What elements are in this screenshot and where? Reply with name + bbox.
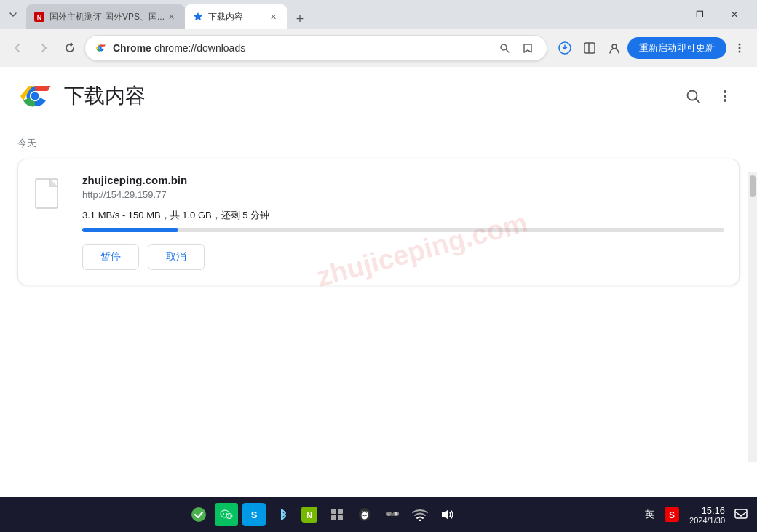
url-display: Chromechrome://downloads [113, 42, 488, 54]
taskbar-icon-nvidia[interactable]: N [298, 503, 321, 526]
progress-bar-container [82, 228, 724, 232]
taskbar-icon-controller[interactable] [381, 503, 404, 526]
svg-rect-46 [391, 513, 394, 516]
chrome-logo [17, 79, 52, 114]
svg-rect-34 [331, 509, 336, 514]
search-button[interactable] [494, 38, 515, 58]
svg-point-49 [395, 513, 395, 514]
taskbar-lang[interactable]: 英 [645, 508, 654, 521]
scrollbar-track[interactable] [748, 172, 757, 462]
taskbar-icon-volume[interactable] [436, 503, 459, 526]
download-status: 3.1 MB/s - 150 MB，共 1.0 GB，还剩 5 分钟 [82, 209, 724, 222]
svg-point-16 [31, 92, 39, 100]
svg-point-20 [724, 95, 726, 98]
svg-point-53 [419, 520, 421, 522]
svg-point-13 [739, 51, 741, 53]
omnibox-actions [494, 38, 538, 58]
reload-button[interactable] [58, 36, 82, 60]
page-title: 下载内容 [64, 82, 678, 110]
svg-point-43 [366, 512, 367, 512]
tab-2[interactable]: 下载内容 ✕ [185, 4, 287, 29]
tab-1-close[interactable]: ✕ [165, 10, 178, 23]
svg-point-25 [223, 513, 224, 515]
maximize-button[interactable]: ❐ [683, 4, 716, 25]
bookmark-button[interactable] [518, 38, 538, 58]
svg-rect-56 [735, 509, 747, 518]
pause-button[interactable]: 暂停 [82, 244, 139, 270]
download-icon-btn[interactable] [553, 36, 576, 60]
search-downloads-button[interactable] [678, 82, 708, 111]
svg-point-50 [396, 513, 397, 514]
svg-line-6 [507, 50, 510, 53]
taskbar-icon-wifi[interactable] [408, 503, 432, 526]
svg-point-28 [228, 515, 229, 516]
more-options-button[interactable] [710, 82, 740, 111]
new-tab-button[interactable]: + [290, 9, 310, 29]
taskbar-clock[interactable]: 15:16 2024/1/30 [689, 505, 725, 525]
progress-bar-fill [82, 228, 178, 232]
svg-point-29 [230, 515, 231, 516]
file-icon [33, 177, 68, 218]
svg-point-5 [501, 44, 507, 50]
more-menu-button[interactable] [728, 36, 751, 60]
svg-point-21 [724, 99, 726, 102]
page-actions [678, 82, 740, 111]
profile-button[interactable] [603, 36, 626, 60]
minimize-button[interactable]: — [648, 4, 681, 25]
taskbar-icon-penguin[interactable] [353, 503, 376, 526]
forward-button[interactable] [32, 36, 55, 60]
taskbar-icon-grid[interactable] [325, 503, 349, 526]
taskbar: S N 英 S 15:16 2024/1/30 [0, 497, 757, 532]
window-controls: — ❐ ✕ [642, 0, 757, 29]
section-date: 今天 [17, 137, 740, 150]
clock-time: 15:16 [689, 505, 725, 516]
page-header: 下载内容 [0, 67, 757, 125]
svg-point-10 [612, 44, 617, 49]
taskbar-icons: S N [6, 503, 641, 526]
download-buttons: 暂停 取消 [82, 244, 724, 270]
toolbar-right: 重新启动即可更新 [553, 36, 751, 60]
svg-text:S: S [669, 510, 675, 520]
tab-group: N 国外主机测评-国外VPS、国... ✕ 下载内容 ✕ + [0, 0, 642, 29]
svg-point-19 [724, 90, 726, 93]
svg-point-4 [99, 47, 102, 49]
downloads-list: 今天 zhujiceping.com.bin http://154.29.159… [0, 125, 757, 497]
title-bar: N 国外主机测评-国外VPS、国... ✕ 下载内容 ✕ + — ❐ ✕ [0, 0, 757, 29]
tab-2-close[interactable]: ✕ [266, 10, 280, 23]
tab-nav-chevron[interactable] [0, 0, 26, 29]
svg-point-52 [395, 514, 396, 515]
svg-point-27 [226, 514, 232, 519]
update-button[interactable]: 重新启动即可更新 [627, 37, 726, 59]
clock-date: 2024/1/30 [689, 516, 725, 525]
sidebar-button[interactable] [578, 36, 601, 60]
taskbar-icon-sohu[interactable]: S [660, 503, 683, 526]
svg-rect-37 [338, 515, 343, 520]
svg-point-23 [191, 507, 206, 522]
svg-point-12 [739, 47, 741, 49]
taskbar-right: 英 S 15:16 2024/1/30 [645, 503, 751, 526]
svg-point-42 [362, 512, 363, 512]
taskbar-icon-checkmark[interactable] [187, 503, 210, 526]
svg-point-51 [395, 512, 396, 513]
omnibox[interactable]: Chromechrome://downloads [84, 35, 547, 61]
address-bar: Chromechrome://downloads 重新启动即可更新 [0, 29, 757, 67]
taskbar-icon-wechat[interactable] [215, 503, 238, 526]
svg-line-18 [696, 99, 699, 103]
scrollbar-thumb[interactable] [750, 175, 756, 197]
close-button[interactable]: ✕ [718, 4, 751, 25]
taskbar-icon-bluetooth[interactable] [270, 503, 293, 526]
chrome-favicon [94, 41, 107, 55]
svg-rect-36 [331, 515, 336, 520]
tab-2-favicon [192, 11, 204, 23]
back-button[interactable] [6, 36, 29, 60]
download-filename: zhujiceping.com.bin [82, 174, 724, 186]
cancel-button[interactable]: 取消 [148, 244, 205, 270]
svg-text:N: N [306, 512, 312, 520]
download-info: zhujiceping.com.bin http://154.29.159.77… [82, 174, 724, 270]
svg-text:N: N [37, 14, 42, 21]
tab-2-title: 下载内容 [208, 11, 266, 23]
tab-1[interactable]: N 国外主机测评-国外VPS、国... ✕ [26, 4, 185, 29]
taskbar-icon-s[interactable]: S [242, 503, 266, 526]
notification-button[interactable] [731, 504, 751, 525]
download-url: http://154.29.159.77 [82, 189, 724, 200]
